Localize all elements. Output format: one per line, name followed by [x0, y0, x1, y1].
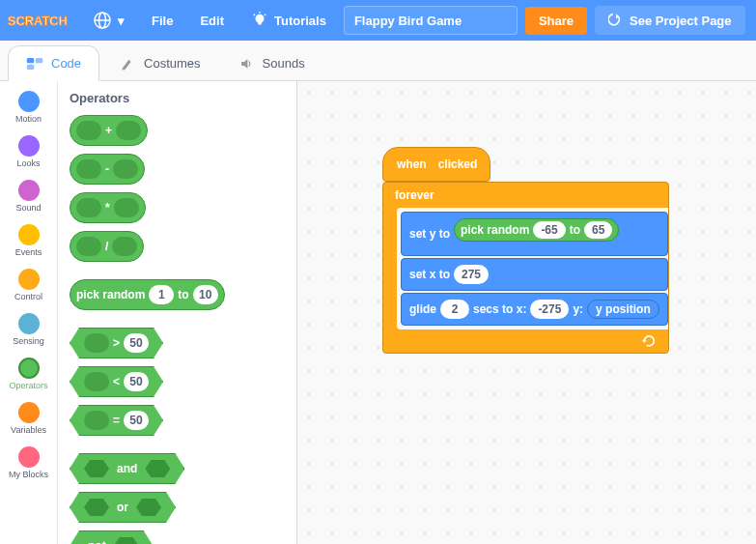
category-looks[interactable]: Looks: [3, 131, 55, 172]
category-label: Control: [14, 292, 42, 301]
tabs: Code Costumes Sounds: [0, 41, 756, 81]
script-stack[interactable]: when clicked forever set y to pick rando…: [382, 147, 669, 354]
operator-lt-block[interactable]: <50: [70, 366, 163, 397]
palette-title: Operators: [70, 91, 285, 105]
random-min-input[interactable]: -65: [533, 221, 565, 239]
svg-rect-5: [258, 22, 262, 25]
x-input[interactable]: 275: [454, 265, 489, 284]
glide-block[interactable]: glide 2 secs to x: -275 y: y position: [401, 293, 668, 326]
category-color-icon: [18, 224, 40, 245]
category-column: MotionLooksSoundEventsControlSensingOper…: [0, 81, 58, 544]
operator-not-block[interactable]: not: [70, 530, 154, 544]
tutorials-button[interactable]: Tutorials: [241, 6, 336, 35]
project-title-input[interactable]: Flappy Bird Game: [344, 6, 518, 35]
set-y-block[interactable]: set y to pick random -65 to 65: [401, 212, 668, 256]
operator-pick-random-block[interactable]: pick random1to10: [70, 279, 225, 310]
scratch-logo[interactable]: SCRATCH: [8, 7, 75, 34]
operator-divide-block[interactable]: /: [70, 231, 144, 262]
operator-subtract-block[interactable]: -: [70, 154, 145, 185]
operator-multiply-block[interactable]: *: [70, 192, 146, 223]
category-sound[interactable]: Sound: [3, 176, 55, 216]
topbar: SCRATCH ▾ File Edit Tutorials Flappy Bir…: [0, 0, 756, 41]
category-label: My Blocks: [9, 470, 48, 479]
script-canvas[interactable]: when clicked forever set y to pick rando…: [297, 81, 756, 544]
category-label: Looks: [16, 158, 40, 168]
edit-menu[interactable]: Edit: [190, 8, 234, 34]
tab-costumes[interactable]: Costumes: [101, 46, 218, 80]
lightbulb-icon: [251, 12, 268, 29]
svg-rect-9: [27, 58, 35, 63]
code-icon: [26, 57, 43, 71]
glide-secs-input[interactable]: 2: [440, 300, 469, 319]
costumes-icon: [119, 57, 136, 71]
category-color-icon: [18, 313, 40, 334]
category-color-icon: [18, 91, 40, 112]
category-color-icon: [18, 135, 40, 157]
category-color-icon: [18, 358, 40, 379]
category-my-blocks[interactable]: My Blocks: [3, 443, 55, 483]
loop-arrow-icon: [641, 334, 660, 348]
category-label: Motion: [15, 114, 42, 124]
language-menu[interactable]: ▾: [83, 5, 134, 36]
category-label: Operators: [9, 381, 47, 390]
sounds-icon: [238, 57, 255, 71]
remix-icon: [608, 13, 624, 28]
category-control[interactable]: Control: [3, 265, 55, 305]
globe-icon: [93, 11, 112, 30]
category-motion[interactable]: Motion: [3, 87, 55, 128]
category-label: Sound: [15, 203, 41, 213]
blocks-palette: Operators + - * / pick random1to10 >50 <…: [58, 81, 297, 544]
set-x-block[interactable]: set x to 275: [401, 258, 668, 291]
tab-code[interactable]: Code: [8, 45, 99, 81]
pick-random-embedded[interactable]: pick random -65 to 65: [454, 218, 619, 242]
category-events[interactable]: Events: [3, 220, 55, 261]
svg-text:SCRATCH: SCRATCH: [8, 14, 68, 28]
operator-eq-block[interactable]: =50: [70, 405, 163, 436]
category-label: Sensing: [13, 336, 44, 346]
operator-gt-block[interactable]: >50: [70, 328, 163, 358]
glide-x-input[interactable]: -275: [530, 300, 569, 319]
svg-line-8: [265, 14, 266, 15]
svg-rect-11: [27, 64, 35, 69]
category-color-icon: [18, 446, 40, 468]
see-project-page-button[interactable]: See Project Page: [595, 6, 745, 35]
category-label: Events: [15, 247, 42, 257]
category-color-icon: [18, 180, 40, 201]
tab-sounds[interactable]: Sounds: [220, 46, 322, 80]
svg-point-4: [255, 14, 264, 23]
operator-and-block[interactable]: and: [70, 453, 184, 484]
category-color-icon: [18, 269, 40, 290]
category-label: Variables: [11, 425, 46, 435]
category-operators[interactable]: Operators: [3, 354, 55, 394]
file-menu[interactable]: File: [142, 8, 182, 34]
svg-rect-10: [36, 58, 43, 63]
main: MotionLooksSoundEventsControlSensingOper…: [0, 81, 756, 544]
chevron-down-icon: ▾: [118, 14, 125, 28]
category-variables[interactable]: Variables: [3, 398, 55, 439]
y-position-reporter[interactable]: y position: [587, 300, 659, 319]
random-max-input[interactable]: 65: [584, 221, 612, 239]
when-flag-clicked-block[interactable]: when clicked: [382, 147, 490, 182]
operator-add-block[interactable]: +: [70, 115, 148, 146]
category-sensing[interactable]: Sensing: [3, 309, 55, 350]
category-color-icon: [18, 402, 40, 423]
share-button[interactable]: Share: [525, 7, 587, 35]
svg-line-7: [254, 14, 255, 15]
forever-block[interactable]: forever set y to pick random -65 to 65 s…: [382, 182, 669, 354]
operator-or-block[interactable]: or: [70, 492, 176, 523]
